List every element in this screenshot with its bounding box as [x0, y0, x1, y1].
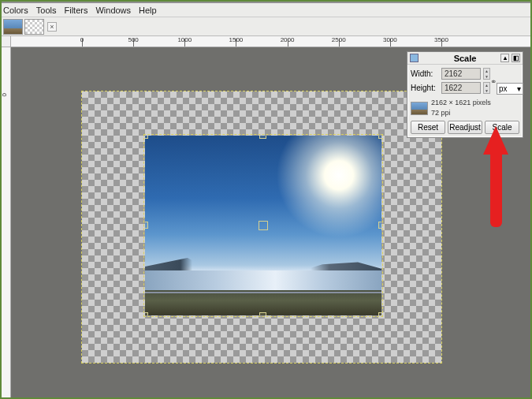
preview-thumb: [411, 102, 428, 115]
height-input[interactable]: [441, 82, 481, 94]
handle-ml[interactable]: [145, 222, 148, 229]
unit-select[interactable]: px▾: [497, 83, 523, 95]
menu-windows[interactable]: Windows: [95, 6, 131, 15]
ruler-horizontal: 0500100015002000250030003500: [11, 36, 532, 47]
transform-center-icon: [259, 221, 268, 230]
scale-button[interactable]: Scale: [485, 121, 519, 134]
chevron-down-icon: ▾: [517, 84, 521, 93]
width-input[interactable]: [441, 68, 481, 80]
detach-icon[interactable]: ◧: [512, 54, 520, 62]
handle-tl[interactable]: [145, 136, 148, 139]
handle-tm[interactable]: [259, 136, 266, 139]
menu-help[interactable]: Help: [139, 6, 157, 15]
height-spinner[interactable]: ▲▼: [483, 82, 490, 94]
ruler-corner: [0, 36, 11, 47]
layer-strip: ×: [0, 17, 532, 36]
info-ppi: 72 ppi: [430, 108, 491, 118]
image-layer[interactable]: [145, 136, 381, 315]
info-dimensions: 2162 × 1621 pixels: [430, 98, 491, 108]
width-spinner[interactable]: ▲▼: [483, 68, 490, 80]
menubar: Colors Tools Filters Windows Help: [0, 3, 532, 17]
handle-bm[interactable]: [259, 312, 266, 315]
readjust-button[interactable]: Readjust: [448, 121, 482, 134]
ruler-vertical: 0: [0, 47, 11, 399]
dialog-title: Scale: [454, 54, 477, 63]
scale-dialog: Scale ▴ ◧ Width: ▲▼ Height: ▲▼ ⚭: [407, 51, 523, 138]
layer-thumb-photo[interactable]: [3, 19, 23, 35]
height-label: Height:: [411, 84, 439, 92]
handle-bl[interactable]: [145, 312, 148, 315]
handle-mr[interactable]: [378, 222, 381, 229]
dialog-titlebar[interactable]: Scale ▴ ◧: [407, 52, 523, 65]
layer-thumb-checker[interactable]: [24, 19, 44, 35]
reset-button[interactable]: Reset: [411, 121, 445, 134]
menu-colors[interactable]: Colors: [3, 6, 28, 15]
handle-tr[interactable]: [378, 136, 381, 139]
menu-filters[interactable]: Filters: [64, 6, 87, 15]
handle-br[interactable]: [378, 312, 381, 315]
scale-icon: [410, 54, 419, 62]
width-label: Width:: [411, 69, 439, 78]
collapse-icon[interactable]: ▴: [500, 54, 509, 62]
close-icon[interactable]: ×: [47, 22, 57, 32]
link-icon[interactable]: ⚭: [490, 68, 497, 95]
menu-tools[interactable]: Tools: [36, 6, 57, 15]
